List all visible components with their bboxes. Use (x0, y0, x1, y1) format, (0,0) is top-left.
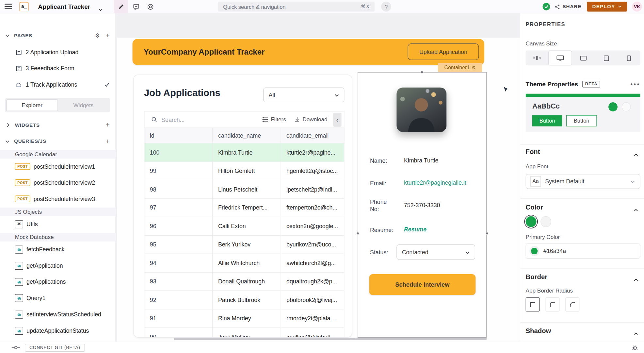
sidebar-page-application-upload[interactable]: 2 Application Upload (0, 47, 116, 57)
download-button[interactable]: Download (294, 116, 327, 123)
query-item-get-applications[interactable]: getApplications (0, 277, 116, 286)
border-radius-medium-option[interactable] (545, 297, 559, 311)
cell-email: jmullins2h@shutt... (281, 328, 344, 338)
table-row[interactable]: 94 Allie Whitchurch awhitchurch2l@g... (144, 254, 344, 272)
resume-link[interactable]: Resume (404, 226, 427, 233)
email-link[interactable]: kturtle2r@paginegialle.it (404, 179, 466, 186)
widgets-section-header[interactable]: WIDGETS + (0, 121, 116, 130)
column-header-candidate-name[interactable]: candidate_name (213, 128, 281, 143)
primary-color-swatch[interactable] (526, 216, 537, 227)
app-title-chevron-down-icon[interactable] (99, 5, 103, 13)
quick-search-input[interactable]: Quick search & navigation ⌘ K (218, 2, 375, 11)
query-item-post-schedule-interview-3[interactable]: POST postScheduleInterview3 (0, 194, 116, 203)
tab-explorer[interactable]: Explorer (6, 99, 58, 111)
column-header-candidate-email[interactable]: candidate_email (281, 128, 344, 143)
color-section-header[interactable]: Color (526, 204, 543, 211)
tab-widgets[interactable]: Widgets (58, 99, 109, 111)
query-item-update-application-status[interactable]: updateApplicationStatus (0, 326, 116, 335)
sidebar-page-feedback-form[interactable]: 3 Feeedback Form (0, 63, 116, 73)
font-collapse-chevron-up-icon[interactable] (634, 150, 638, 158)
border-radius-round-option[interactable] (565, 297, 579, 311)
table-row[interactable]: 98 Linus Petschelt lpetschelt2p@indi... (144, 180, 344, 198)
query-item-set-interview-status-scheduled[interactable]: setInterviewStatusScheduled (0, 310, 116, 319)
js-object-utils[interactable]: JS Utils (0, 220, 116, 229)
hamburger-menu-icon[interactable] (5, 4, 12, 9)
canvas-size-tablet-landscape-icon[interactable] (572, 51, 595, 66)
status-select[interactable]: Contacted (396, 244, 475, 260)
widget-settings-gear-icon[interactable]: ⚙ (472, 65, 476, 70)
shadow-collapse-chevron-up-icon[interactable] (634, 329, 638, 337)
edit-mode-button[interactable] (114, 0, 128, 13)
canvas-size-desktop-icon[interactable] (548, 51, 572, 66)
cell-email: pbulbrook2j@livej... (281, 291, 344, 309)
pages-section-header[interactable]: PAGES ⚙ + (0, 31, 116, 40)
theme-primary-color-dot[interactable] (608, 102, 618, 111)
table-search-input[interactable]: Search... (161, 116, 185, 123)
canvas-size-tablet-icon[interactable] (595, 51, 618, 66)
app-header-banner[interactable]: YourCompany Applicant Tracker Upload App… (133, 39, 484, 65)
table-row[interactable]: 95 Berk Yurikov byurikov2m@uco... (144, 236, 344, 254)
connect-git-button[interactable]: CONNECT GIT (BETA) (25, 344, 85, 351)
app-title[interactable]: Applicant Tracker (38, 3, 90, 10)
pages-settings-gear-icon[interactable]: ⚙ (95, 32, 100, 39)
schedule-interview-button[interactable]: Schedule Interview (369, 274, 476, 295)
theme-secondary-button-sample[interactable]: Button (566, 115, 597, 126)
resize-handle-top[interactable] (421, 71, 424, 74)
border-section-header[interactable]: Border (526, 273, 547, 281)
query-label: setInterviewStatusScheduled (26, 311, 101, 318)
table-row[interactable]: 100 Kimbra Turtle kturtle2r@pagine... (144, 143, 344, 162)
color-collapse-chevron-up-icon[interactable] (634, 206, 638, 213)
table-row[interactable]: 97 Friedrick Tempert... ftemperton2o@ch.… (144, 199, 344, 217)
deploy-button[interactable]: DEPLOY (587, 2, 627, 11)
datasource-group-mock-database[interactable]: Mock Database (0, 233, 116, 242)
column-header-id[interactable]: id (144, 128, 213, 143)
query-item-post-schedule-interview-2[interactable]: POST postScheduleInterview2 (0, 178, 116, 187)
app-font-select[interactable]: Aa System Default (526, 174, 640, 189)
table-row[interactable]: 91 Rina Mordey rmordey2i@plala... (144, 309, 344, 328)
canvas-size-mobile-icon[interactable] (618, 51, 640, 66)
preview-button[interactable] (144, 0, 157, 13)
sidebar-page-track-applications[interactable]: 1 Track Applications (0, 79, 116, 89)
share-button[interactable]: SHARE (555, 0, 581, 13)
selected-widget-name-badge[interactable]: Container1 ⚙ (438, 63, 482, 72)
shadow-section-header[interactable]: Shadow (526, 327, 551, 335)
border-collapse-chevron-up-icon[interactable] (634, 276, 638, 283)
query-item-post-schedule-interview-1[interactable]: POST postScheduleInterview1 (0, 162, 116, 171)
background-color-swatch[interactable] (540, 216, 551, 227)
table-row[interactable]: 90 Jany Mullins jmullins2h@shutt... (144, 328, 344, 338)
add-widget-button[interactable]: + (106, 121, 110, 129)
add-query-plus-button[interactable]: + (106, 138, 110, 145)
query-item-fetch-feedback[interactable]: fetchFeedback (0, 245, 116, 254)
border-radius-sharp-option[interactable] (526, 297, 540, 311)
theme-menu-ellipsis-icon[interactable]: ●●● (630, 82, 640, 86)
resize-handle-right[interactable] (486, 232, 489, 235)
font-section-header[interactable]: Font (526, 148, 540, 156)
candidate-detail-container[interactable]: Name: Kimbra Turtle Email: kturtle2r@pag… (358, 72, 487, 338)
queries-section-header[interactable]: QUERIES/JS + (0, 137, 116, 146)
status-filter-select[interactable]: All (263, 87, 344, 102)
table-row[interactable]: 93 Donall Qualtrough dqualtrough2k@p... (144, 272, 344, 291)
app-logo[interactable]: a_ (20, 2, 29, 11)
canvas-size-fluid-icon[interactable] (526, 51, 549, 66)
horizontal-scrollbar[interactable] (174, 338, 487, 340)
upload-application-button[interactable]: Upload Application (408, 43, 479, 60)
table-row[interactable]: 99 Hilton Gemlett hgemlett2q@istoc... (144, 162, 344, 180)
table-row[interactable]: 92 Patrick Bulbrook pbulbrook2j@livej... (144, 291, 344, 309)
query-item-query1[interactable]: Query1 (0, 293, 116, 302)
help-button[interactable]: ? (381, 2, 391, 11)
comments-button[interactable] (129, 0, 143, 13)
theme-primary-button-sample[interactable]: Button (532, 115, 562, 126)
table-row[interactable]: 96 Calli Exton cexton2n@google... (144, 217, 344, 235)
debug-bug-icon[interactable] (632, 344, 638, 352)
filters-button[interactable]: Filters (262, 116, 286, 123)
query-item-get-application[interactable]: getApplication (0, 261, 116, 270)
primary-color-input[interactable]: #16a34a (526, 244, 640, 259)
app-font-value: System Default (545, 178, 584, 185)
group-js-objects[interactable]: JS Objects (0, 208, 116, 216)
theme-background-color-dot[interactable] (622, 102, 631, 111)
collapse-panel-button[interactable]: ‹ (333, 112, 341, 126)
resize-handle-left[interactable] (356, 232, 359, 235)
add-page-button[interactable]: + (106, 32, 110, 40)
user-avatar[interactable]: VK (632, 2, 642, 11)
datasource-group-google-calendar[interactable]: Google Calendar (0, 150, 116, 159)
